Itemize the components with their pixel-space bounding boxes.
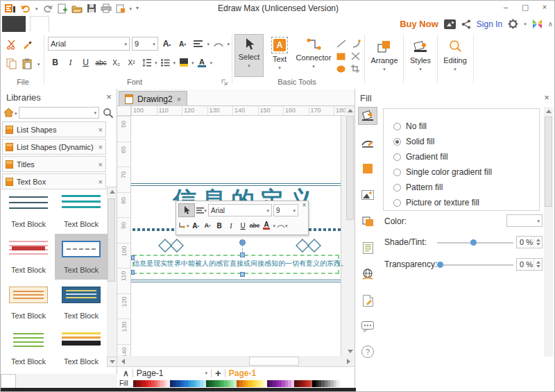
close-icon[interactable]: ×: [104, 92, 114, 102]
font-size-combo[interactable]: 9▾: [273, 204, 298, 216]
font-dialog-launcher[interactable]: [221, 79, 228, 85]
theme-pinwheel-icon[interactable]: [532, 19, 543, 29]
shape-thumbnail[interactable]: Text Block: [2, 188, 55, 234]
notes-icon[interactable]: [358, 239, 377, 257]
shape-thumbnail[interactable]: Text Block: [55, 280, 108, 325]
buy-now-link[interactable]: Buy Now: [400, 19, 438, 29]
font-color-dropdown[interactable]: ▾: [210, 60, 213, 65]
increase-font-button[interactable]: A▴: [160, 37, 174, 51]
text-arc-button[interactable]: ▾: [277, 219, 288, 232]
select-tool-button[interactable]: Select ▾: [234, 34, 264, 77]
text-arc-button[interactable]: [212, 37, 225, 51]
ribbon-tab[interactable]: [2, 16, 26, 32]
italic-button[interactable]: I: [63, 56, 78, 69]
fill-option-radio[interactable]: Gradient fill: [393, 149, 539, 164]
cut-button[interactable]: [6, 40, 17, 50]
editing-button[interactable]: Editing ▾: [439, 34, 471, 77]
font-color-button[interactable]: A: [262, 219, 272, 232]
align-dropdown[interactable]: ▾: [207, 42, 210, 46]
library-item[interactable]: List Shapes ×: [2, 121, 106, 137]
canvas-title-text[interactable]: 信息的定义: [173, 184, 311, 201]
ribbon-tab[interactable]: [67, 16, 85, 32]
shape-thumbnail[interactable]: Text Block: [2, 325, 55, 371]
fill-option-radio[interactable]: Solid fill: [393, 134, 539, 149]
line-style-icon[interactable]: [358, 133, 377, 151]
drawing-canvas[interactable]: 信息的定义 信息是现实世界中能被人的感官直接或间接感知的一切有意义的东西。 ×: [131, 116, 345, 356]
close-icon[interactable]: ×: [542, 92, 552, 103]
arc-tool[interactable]: [352, 40, 361, 48]
text-arc-dropdown[interactable]: ▾: [228, 42, 230, 46]
close-button[interactable]: ×: [535, 1, 554, 13]
shade-tint-slider[interactable]: [437, 242, 513, 244]
resize-handle-left-bottom[interactable]: [131, 270, 135, 275]
format-painter-button[interactable]: [22, 40, 33, 50]
line-spacing-dropdown[interactable]: ▾: [155, 60, 157, 65]
connector-style-button[interactable]: ▾: [178, 219, 189, 232]
page-selector-dropdown[interactable]: ▾: [205, 370, 208, 375]
hyperlink-globe-icon[interactable]: [358, 265, 377, 283]
italic-button[interactable]: I: [226, 219, 237, 232]
resize-handle-bottom[interactable]: [240, 272, 245, 277]
line-spacing-button[interactable]: [139, 56, 154, 69]
vertical-scrollbar[interactable]: [345, 106, 355, 356]
share-icon[interactable]: [461, 19, 471, 29]
ellipse-tool[interactable]: [336, 65, 345, 73]
resize-handle-top[interactable]: [240, 253, 245, 257]
crop-tool[interactable]: [351, 65, 360, 73]
fill-option-radio[interactable]: Pattern fill: [393, 180, 539, 195]
transparency-slider[interactable]: [437, 264, 513, 266]
bold-button[interactable]: B: [214, 219, 225, 232]
ribbon-tab[interactable]: [30, 16, 49, 32]
ribbon-tab[interactable]: [121, 16, 139, 32]
bold-button[interactable]: B: [48, 56, 62, 69]
align-button[interactable]: [191, 37, 205, 51]
fill-option-radio[interactable]: Picture or texture fill: [393, 195, 539, 210]
close-icon[interactable]: ×: [99, 160, 103, 169]
superscript-button[interactable]: X²: [124, 56, 139, 69]
rectangle-tool[interactable]: [336, 53, 345, 60]
search-icon[interactable]: [103, 108, 114, 119]
strikethrough-button[interactable]: abc: [94, 56, 108, 69]
export-image-icon[interactable]: [444, 19, 456, 29]
maximize-button[interactable]: ▢: [515, 1, 535, 13]
copy-button[interactable]: [6, 58, 17, 69]
canvas-body-text[interactable]: 信息是现实世界中能被人的感官直接或间接感知的一切有意义的东西。: [133, 259, 339, 269]
shape-thumbnail[interactable]: Text Block: [55, 234, 108, 280]
font-family-combo[interactable]: Arial▾: [208, 204, 272, 216]
minimize-button[interactable]: –: [496, 1, 515, 13]
shape-thumbnail[interactable]: Text Block: [55, 188, 108, 234]
picture-icon[interactable]: [358, 186, 377, 204]
line-tool[interactable]: [336, 40, 346, 48]
collapse-ribbon-icon[interactable]: ∧: [548, 20, 553, 28]
bullets-dropdown[interactable]: ▾: [173, 60, 176, 65]
fill-tab-icon[interactable]: [358, 107, 377, 125]
connector-tool-button[interactable]: Connector ▾: [293, 34, 334, 77]
font-color-dropdown[interactable]: ▾: [273, 223, 276, 228]
close-icon[interactable]: ×: [177, 95, 181, 103]
slider-thumb[interactable]: [437, 262, 443, 268]
home-dropdown[interactable]: ▾: [15, 111, 17, 116]
gear-dropdown[interactable]: ▾: [524, 22, 527, 26]
close-icon[interactable]: ×: [99, 126, 103, 134]
transparency-spinner[interactable]: 0 %: [516, 258, 543, 271]
paste-button[interactable]: [22, 58, 32, 69]
decrease-font-button[interactable]: A▾: [176, 37, 189, 51]
strikethrough-button[interactable]: abc: [250, 219, 260, 232]
ribbon-tab[interactable]: [85, 16, 103, 32]
comment-icon[interactable]: [358, 318, 377, 336]
shade-tint-spinner[interactable]: 0 %: [516, 236, 543, 248]
attachment-icon[interactable]: [358, 291, 377, 309]
home-icon[interactable]: [3, 108, 14, 117]
page-selector[interactable]: Page-1: [137, 368, 164, 378]
decrease-font-button[interactable]: A▾: [203, 219, 213, 232]
bullets-button[interactable]: [158, 56, 173, 69]
arrange-button[interactable]: Arrange ▾: [367, 34, 402, 77]
gear-icon[interactable]: [508, 19, 518, 29]
close-icon[interactable]: ×: [99, 143, 103, 151]
cross-tool[interactable]: [351, 52, 360, 60]
library-item[interactable]: Titles ×: [2, 156, 106, 172]
shape-thumbnail[interactable]: Text Block: [2, 234, 55, 280]
font-family-combo[interactable]: Arial▾: [48, 37, 130, 51]
document-tab[interactable]: Drawing2 ×: [119, 91, 187, 107]
ribbon-tab[interactable]: [49, 16, 67, 32]
